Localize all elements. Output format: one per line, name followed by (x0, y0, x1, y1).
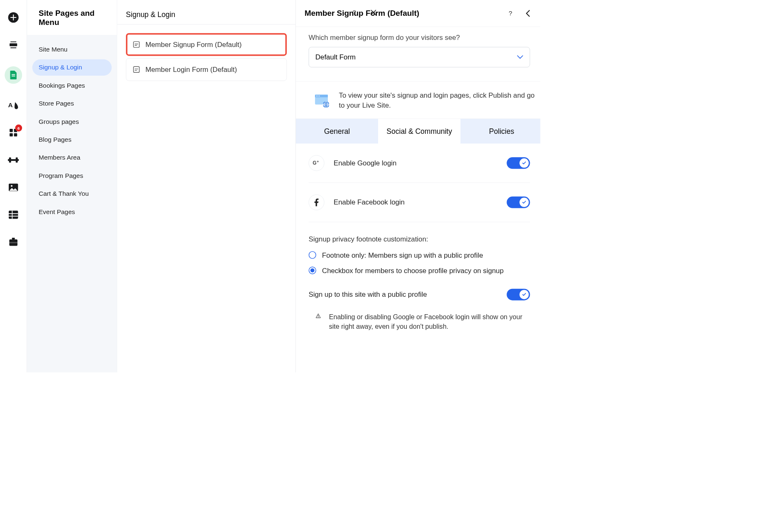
svg-rect-1 (10, 43, 17, 46)
svg-rect-5 (12, 76, 15, 76)
tab-general[interactable]: General (296, 119, 378, 144)
radio-label: Footnote only: Members sign up with a pu… (322, 251, 483, 261)
table-icon[interactable] (7, 209, 19, 221)
svg-rect-7 (10, 129, 13, 132)
nav-event[interactable]: Event Pages (32, 204, 112, 220)
svg-text:+: + (317, 160, 319, 164)
google-login-row: G+ Enable Google login (309, 144, 530, 183)
nav-signup-login[interactable]: Signup & Login (32, 59, 112, 76)
svg-point-37 (318, 317, 318, 318)
google-login-toggle[interactable] (506, 158, 530, 169)
form-item-signup[interactable]: Member Signup Form (Default) (126, 33, 287, 56)
svg-text:?: ? (352, 9, 356, 16)
nav-program[interactable]: Program Pages (32, 167, 112, 184)
radio-label: Checkbox for members to choose profile p… (322, 266, 504, 276)
form-prompt: Which member signup form do your visitor… (309, 34, 530, 42)
google-icon: G+ (309, 155, 325, 171)
form-page-icon (133, 66, 140, 73)
radio-icon (309, 267, 316, 274)
pages-menu-panel: Site Pages and Menu Site Menu Signup & L… (27, 0, 117, 372)
settings-panel: Member Signup Form (Default) ? Which mem… (295, 0, 540, 372)
radio-checkbox-option[interactable]: Checkbox for members to choose profile p… (309, 266, 530, 276)
help-icon[interactable]: ? (351, 9, 358, 16)
form-select[interactable]: Default Form (309, 47, 530, 67)
svg-point-15 (11, 185, 12, 187)
form-item-label: Member Login Form (Default) (145, 66, 237, 74)
facebook-icon (309, 195, 325, 210)
svg-rect-10 (14, 133, 17, 137)
svg-rect-16 (9, 211, 18, 219)
pages-icon[interactable] (5, 66, 22, 84)
warning-text: Enabling or disabling Google or Facebook… (329, 312, 530, 332)
business-icon[interactable] (7, 236, 19, 248)
warning-row: Enabling or disabling Google or Facebook… (309, 312, 530, 332)
facebook-login-row: Enable Facebook login (309, 183, 530, 222)
chevron-down-icon (517, 55, 523, 59)
section-icon[interactable] (7, 39, 19, 51)
nav-cart[interactable]: Cart & Thank You (32, 186, 112, 202)
subpages-panel: ? Signup & Login Member Signup Form (Def… (117, 0, 295, 372)
browser-globe-icon (315, 94, 329, 106)
nav-store[interactable]: Store Pages (32, 96, 112, 112)
svg-text:A: A (8, 101, 13, 108)
add-icon[interactable] (7, 12, 19, 23)
svg-rect-13 (8, 159, 19, 161)
nav-site-menu[interactable]: Site Menu (32, 41, 112, 57)
svg-text:?: ? (509, 10, 512, 16)
google-login-label: Enable Google login (334, 159, 396, 167)
radio-footnote-only[interactable]: Footnote only: Members sign up with a pu… (309, 251, 530, 261)
form-page-icon (133, 41, 140, 47)
form-select-value: Default Form (315, 53, 356, 62)
public-profile-toggle[interactable] (506, 289, 530, 300)
svg-rect-20 (12, 238, 15, 239)
svg-rect-3 (10, 47, 16, 48)
svg-rect-2 (10, 41, 16, 42)
form-item-login[interactable]: Member Login Form (Default) (126, 58, 287, 81)
warning-icon (316, 312, 321, 320)
back-icon[interactable] (524, 10, 531, 17)
svg-point-28 (317, 96, 318, 96)
privacy-section-title: Signup privacy footnote customization: (309, 235, 530, 244)
fitness-icon[interactable] (7, 154, 19, 166)
svg-text:G: G (313, 160, 317, 166)
svg-point-27 (316, 96, 317, 96)
apps-icon[interactable]: 6 (7, 127, 19, 138)
nav-blog[interactable]: Blog Pages (32, 131, 112, 148)
help-icon[interactable]: ? (506, 10, 514, 17)
info-bar: To view your site's signup and login pag… (296, 81, 541, 119)
public-profile-label: Sign up to this site with a public profi… (309, 291, 427, 299)
facebook-login-label: Enable Facebook login (334, 199, 405, 207)
nav-groups[interactable]: Groups pages (32, 113, 112, 130)
svg-rect-4 (12, 74, 15, 75)
radio-icon (309, 251, 316, 259)
nav-members[interactable]: Members Area (32, 150, 112, 166)
apps-badge: 6 (15, 125, 22, 132)
tab-social[interactable]: Social & Community (378, 119, 460, 144)
svg-rect-22 (9, 242, 17, 243)
facebook-login-toggle[interactable] (506, 197, 530, 208)
svg-rect-9 (10, 133, 13, 137)
pages-menu-title: Site Pages and Menu (39, 9, 110, 27)
icon-rail: A 6 (0, 0, 27, 372)
form-item-label: Member Signup Form (Default) (145, 40, 242, 49)
design-icon[interactable]: A (7, 99, 19, 111)
close-icon[interactable] (370, 9, 377, 16)
media-icon[interactable] (7, 182, 19, 193)
tabs: General Social & Community Policies (296, 119, 541, 144)
public-profile-row: Sign up to this site with a public profi… (309, 289, 530, 300)
nav-bookings[interactable]: Bookings Pages (32, 77, 112, 94)
tab-policies[interactable]: Policies (460, 119, 541, 144)
svg-rect-26 (315, 95, 328, 97)
info-bar-text: To view your site's signup and login pag… (339, 91, 537, 110)
svg-point-29 (319, 96, 320, 96)
